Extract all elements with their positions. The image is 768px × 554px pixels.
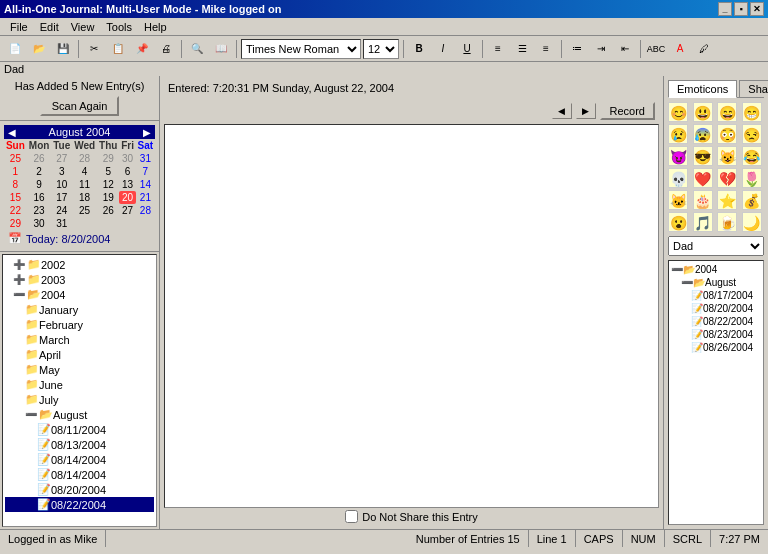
minimize-button[interactable]: _ [718, 2, 732, 16]
emoticon[interactable]: 🎂 [693, 190, 713, 210]
cal-day[interactable]: 25 [72, 204, 97, 217]
cal-day[interactable]: 3 [51, 165, 72, 178]
emoticon[interactable]: 😈 [668, 146, 688, 166]
cal-day[interactable]: 31 [136, 152, 155, 165]
close-button[interactable]: ✕ [750, 2, 764, 16]
cal-day[interactable] [136, 217, 155, 230]
vol-right-button[interactable]: ▶ [576, 103, 596, 119]
do-not-share-checkbox[interactable] [345, 510, 358, 523]
emoticon[interactable]: 😊 [668, 102, 688, 122]
cal-day[interactable]: 17 [51, 191, 72, 204]
emoticon[interactable]: 😢 [668, 124, 688, 144]
cal-day[interactable]: 4 [72, 165, 97, 178]
emoticon[interactable]: 🌷 [742, 168, 762, 188]
paste-button[interactable]: 📌 [131, 39, 153, 59]
menu-help[interactable]: Help [138, 20, 173, 34]
emoticon[interactable]: 💔 [717, 168, 737, 188]
cal-day[interactable]: 23 [27, 204, 52, 217]
emoticon[interactable]: 😒 [742, 124, 762, 144]
cal-day[interactable]: 25 [4, 152, 27, 165]
cal-day[interactable]: 16 [27, 191, 52, 204]
cal-day[interactable]: 24 [51, 204, 72, 217]
tree-item[interactable]: ➖ 📂 2004 [5, 287, 154, 302]
cal-day[interactable]: 7 [136, 165, 155, 178]
emoticon[interactable]: 😃 [693, 102, 713, 122]
save-button[interactable]: 💾 [52, 39, 74, 59]
cal-day[interactable]: 27 [119, 204, 135, 217]
new-button[interactable]: 📄 [4, 39, 26, 59]
cal-day[interactable]: 14 [136, 178, 155, 191]
tree-item[interactable]: ➖ 📂 August [5, 407, 154, 422]
print-button[interactable]: 🖨 [155, 39, 177, 59]
highlight-button[interactable]: 🖊 [693, 39, 715, 59]
emoticon[interactable]: 😳 [717, 124, 737, 144]
align-left-button[interactable]: ≡ [487, 39, 509, 59]
tree-item[interactable]: 📁 March [5, 332, 154, 347]
cal-day[interactable] [72, 217, 97, 230]
share-item[interactable]: 📝 08/17/2004 [671, 289, 761, 302]
cal-day[interactable]: 31 [51, 217, 72, 230]
emoticon[interactable]: 💰 [742, 190, 762, 210]
emoticon[interactable]: ⭐ [717, 190, 737, 210]
color-button[interactable]: A [669, 39, 691, 59]
calendar-next[interactable]: ▶ [143, 127, 151, 138]
cal-day[interactable]: 11 [72, 178, 97, 191]
cal-day[interactable]: 29 [4, 217, 27, 230]
calendar-prev[interactable]: ◀ [8, 127, 16, 138]
tree-item[interactable]: 📁 April [5, 347, 154, 362]
emoticon[interactable]: 💀 [668, 168, 688, 188]
cal-day[interactable]: 28 [72, 152, 97, 165]
cal-today[interactable]: 20 [119, 191, 135, 204]
share-item[interactable]: 📝 08/22/2004 [671, 315, 761, 328]
copy-button[interactable]: 📋 [107, 39, 129, 59]
tab-emoticons[interactable]: Emoticons [668, 80, 737, 98]
cal-day[interactable]: 26 [27, 152, 52, 165]
cal-day[interactable]: 2 [27, 165, 52, 178]
font-selector[interactable]: Times New Roman Arial [241, 39, 361, 59]
align-center-button[interactable]: ☰ [511, 39, 533, 59]
cal-day[interactable]: 10 [51, 178, 72, 191]
cal-day[interactable]: 15 [4, 191, 27, 204]
emoticon[interactable]: 🎵 [693, 212, 713, 232]
tree-item[interactable]: 📝 08/14/2004 [5, 452, 154, 467]
cal-day[interactable]: 18 [72, 191, 97, 204]
abc-button[interactable]: ABC [645, 39, 667, 59]
cal-day[interactable] [119, 217, 135, 230]
indent-button[interactable]: ⇥ [590, 39, 612, 59]
cal-day[interactable]: 8 [4, 178, 27, 191]
cal-day[interactable]: 27 [51, 152, 72, 165]
emoticon[interactable]: 😮 [668, 212, 688, 232]
vol-left-button[interactable]: ◀ [552, 103, 572, 119]
cal-day[interactable]: 30 [27, 217, 52, 230]
spell-button[interactable]: 📖 [210, 39, 232, 59]
emoticon[interactable]: 😎 [693, 146, 713, 166]
tree-item[interactable]: 📁 May [5, 362, 154, 377]
emoticon[interactable]: 🍺 [717, 212, 737, 232]
emoticon[interactable]: 🐱 [668, 190, 688, 210]
emoticon[interactable]: 😁 [742, 102, 762, 122]
cal-day[interactable]: 9 [27, 178, 52, 191]
tree-item[interactable]: 📁 June [5, 377, 154, 392]
emoticon[interactable]: ❤️ [693, 168, 713, 188]
open-button[interactable]: 📂 [28, 39, 50, 59]
tree-item[interactable]: 📝 08/13/2004 [5, 437, 154, 452]
tree-item[interactable]: 📁 July [5, 392, 154, 407]
size-selector[interactable]: 12 10 14 [363, 39, 399, 59]
cal-day[interactable]: 12 [97, 178, 119, 191]
align-right-button[interactable]: ≡ [535, 39, 557, 59]
emoticon[interactable]: 😄 [717, 102, 737, 122]
menu-view[interactable]: View [65, 20, 101, 34]
emoticon[interactable]: 😂 [742, 146, 762, 166]
emoticon[interactable]: 🌙 [742, 212, 762, 232]
emoticon[interactable]: 😰 [693, 124, 713, 144]
list-button[interactable]: ≔ [566, 39, 588, 59]
tree-item[interactable]: 📁 February [5, 317, 154, 332]
cal-day[interactable]: 28 [136, 204, 155, 217]
maximize-button[interactable]: ▪ [734, 2, 748, 16]
tree-item[interactable]: 📁 January [5, 302, 154, 317]
share-item[interactable]: ➖ 📂 August [671, 276, 761, 289]
tree-item[interactable]: ➕ 📁 2002 [5, 257, 154, 272]
tree-item[interactable]: 📝 08/20/2004 [5, 482, 154, 497]
tree-item[interactable]: ➕ 📁 2003 [5, 272, 154, 287]
share-item[interactable]: 📝 08/23/2004 [671, 328, 761, 341]
